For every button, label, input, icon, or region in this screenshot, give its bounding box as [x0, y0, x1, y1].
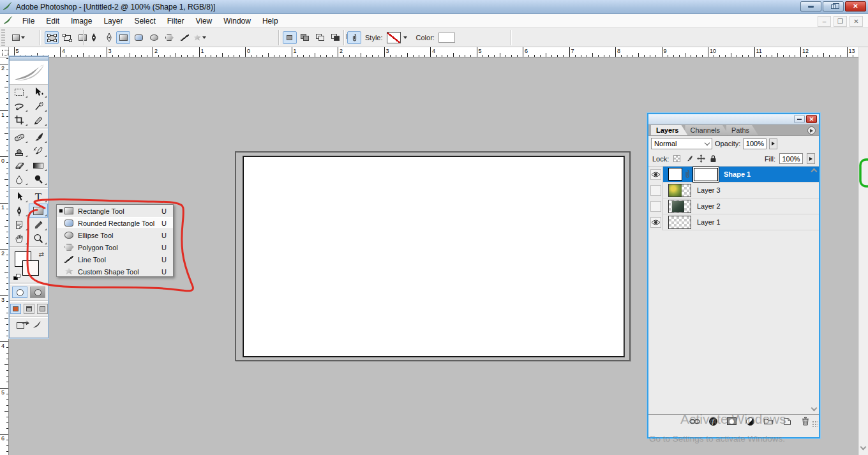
rectangle-tool-button[interactable] — [116, 31, 130, 44]
rectangle-tool[interactable] — [29, 204, 48, 218]
minimize-button[interactable] — [800, 1, 821, 11]
add-layer-mask-button[interactable] — [726, 417, 737, 426]
pen-tool-button[interactable] — [87, 31, 101, 44]
menu-image[interactable]: Image — [65, 15, 98, 27]
add-shape-button[interactable] — [283, 31, 297, 44]
history-brush-tool[interactable] — [29, 144, 48, 158]
flyout-item-rounded-rectangle[interactable]: Rounded Rectangle ToolU — [57, 217, 173, 229]
brush-tool[interactable] — [29, 130, 48, 144]
visibility-toggle[interactable] — [648, 183, 663, 198]
freeform-pen-tool-button[interactable] — [102, 31, 116, 44]
blur-tool[interactable] — [10, 172, 29, 186]
scroll-down-icon[interactable] — [861, 445, 866, 450]
add-layer-style-button[interactable]: f — [707, 417, 719, 426]
new-group-button[interactable] — [763, 417, 774, 426]
vector-mask-thumbnail[interactable] — [694, 168, 718, 181]
opacity-value[interactable]: 100% — [743, 138, 767, 149]
fill-value[interactable]: 100% — [779, 153, 803, 164]
paths-mode-button[interactable] — [60, 31, 74, 44]
gradient-tool[interactable] — [29, 158, 48, 172]
ellipse-tool-button[interactable] — [147, 31, 161, 44]
dodge-tool[interactable] — [29, 172, 48, 186]
flyout-item-line[interactable]: Line ToolU — [57, 253, 173, 265]
intersect-shape-button[interactable] — [329, 31, 343, 44]
canvas[interactable] — [243, 156, 624, 357]
quick-mask-mode-button[interactable] — [30, 287, 45, 298]
fullscreen-menubar-mode-button[interactable] — [24, 304, 34, 314]
flyout-item-rectangle[interactable]: Rectangle ToolU — [57, 205, 173, 217]
panel-close-button[interactable]: ✕ — [806, 115, 817, 123]
menu-help[interactable]: Help — [257, 15, 284, 27]
right-scroll-strip[interactable] — [858, 47, 868, 455]
scroll-down-icon[interactable] — [812, 406, 816, 410]
shape-layers-button[interactable] — [45, 31, 59, 44]
tool-preset-picker[interactable] — [11, 31, 26, 44]
menu-edit[interactable]: Edit — [40, 15, 65, 27]
notes-tool[interactable] — [10, 218, 29, 232]
new-layer-button[interactable] — [781, 417, 793, 426]
lock-image-icon[interactable] — [685, 154, 693, 163]
standard-mode-button[interactable] — [12, 287, 27, 298]
visibility-toggle[interactable] — [648, 198, 663, 214]
polygon-tool-button[interactable] — [162, 31, 176, 44]
magic-wand-tool[interactable] — [29, 99, 48, 113]
layer-thumbnail[interactable] — [668, 200, 691, 213]
layers-panel-titlebar[interactable]: ✕ — [648, 114, 819, 124]
menu-window[interactable]: Window — [218, 15, 257, 27]
flyout-item-polygon[interactable]: Polygon ToolU — [57, 241, 173, 253]
subtract-shape-button[interactable] — [313, 31, 327, 44]
menu-file[interactable]: File — [17, 15, 40, 27]
clone-stamp-tool[interactable] — [10, 144, 29, 158]
layer-row-shape-1[interactable]: Shape 1 — [648, 167, 819, 183]
tab-layers[interactable]: Layers — [651, 125, 687, 135]
doc-close-button[interactable]: ✕ — [849, 16, 863, 27]
standard-screen-mode-button[interactable] — [10, 304, 21, 314]
healing-brush-tool[interactable] — [10, 130, 29, 144]
flyout-item-ellipse[interactable]: Ellipse ToolU — [57, 229, 173, 241]
fill-slider-button[interactable] — [807, 153, 815, 164]
scroll-up-icon[interactable] — [812, 169, 816, 174]
tab-channels[interactable]: Channels — [685, 125, 728, 135]
blend-mode-select[interactable]: Normal — [651, 138, 712, 149]
lock-position-icon[interactable] — [697, 154, 705, 163]
edit-in-imageready-button[interactable] — [16, 320, 41, 330]
chevron-down-icon[interactable] — [403, 36, 407, 39]
doc-minimize-button[interactable]: – — [818, 16, 831, 27]
flyout-item-custom-shape[interactable]: Custom Shape ToolU — [57, 265, 173, 278]
layer-row-layer-3[interactable]: Layer 3 — [648, 183, 819, 198]
line-tool-button[interactable] — [177, 31, 191, 44]
link-shapes-button[interactable] — [347, 31, 361, 44]
menu-filter[interactable]: Filter — [161, 15, 190, 27]
tab-paths[interactable]: Paths — [726, 125, 758, 135]
restore-button[interactable] — [823, 1, 844, 11]
zoom-tool[interactable] — [29, 232, 48, 246]
default-colors-icon[interactable] — [13, 274, 20, 280]
lock-all-icon[interactable] — [709, 154, 717, 163]
type-tool[interactable]: T — [29, 190, 48, 204]
layer-thumbnail[interactable] — [668, 184, 691, 197]
delete-layer-button[interactable] — [800, 417, 811, 426]
visibility-toggle[interactable] — [648, 214, 663, 230]
panel-menu-button[interactable] — [807, 126, 816, 135]
rounded-rectangle-tool-button[interactable] — [131, 31, 146, 44]
close-button[interactable]: ✕ — [845, 1, 866, 11]
slice-tool[interactable] — [29, 113, 48, 127]
background-color-swatch[interactable] — [22, 260, 39, 276]
menu-view[interactable]: View — [190, 15, 218, 27]
layer-row-layer-1[interactable]: Layer 1 — [648, 214, 819, 230]
lock-transparency-icon[interactable] — [673, 154, 681, 163]
pen-tool[interactable] — [10, 204, 29, 218]
move-tool[interactable] — [29, 85, 48, 99]
layer-thumbnail[interactable] — [668, 216, 691, 229]
layer-row-layer-2[interactable]: Layer 2 — [648, 198, 819, 214]
toolbox-logo[interactable] — [10, 61, 48, 85]
visibility-toggle[interactable] — [648, 167, 663, 183]
eyedropper-tool[interactable] — [29, 218, 48, 232]
rectangular-marquee-tool[interactable] — [10, 85, 29, 99]
panel-minimize-button[interactable] — [794, 115, 805, 123]
hand-tool[interactable] — [10, 232, 29, 246]
crop-tool[interactable] — [10, 113, 29, 127]
eraser-tool[interactable] — [10, 158, 29, 172]
lasso-tool[interactable] — [10, 99, 29, 113]
panel-resize-grip[interactable] — [812, 421, 818, 427]
